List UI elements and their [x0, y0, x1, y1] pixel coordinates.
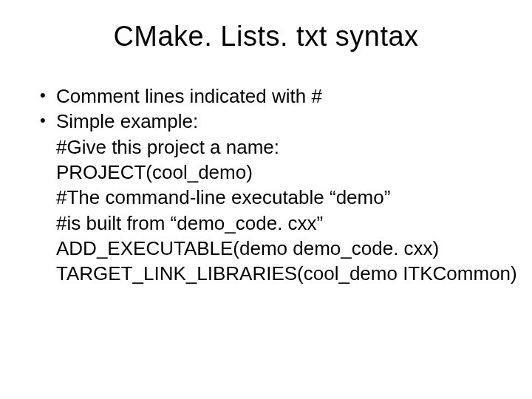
bullet-list: Comment lines indicated with # Simple ex… — [35, 83, 497, 134]
slide: CMake. Lists. txt syntax Comment lines i… — [0, 0, 532, 399]
bullet-item: Simple example: — [35, 109, 497, 134]
code-line: #The command-line executable “demo” — [56, 185, 497, 210]
code-line: PROJECT(cool_demo) — [56, 160, 497, 185]
code-line: TARGET_LINK_LIBRARIES(cool_demo ITKCommo… — [56, 261, 497, 286]
code-line: #Give this project a name: — [56, 134, 497, 160]
code-line: ADD_EXECUTABLE(demo demo_code. cxx) — [56, 236, 497, 261]
code-example: #Give this project a name: PROJECT(cool_… — [35, 134, 497, 287]
code-line: #is built from “demo_code. cxx” — [56, 211, 497, 236]
slide-title: CMake. Lists. txt syntax — [35, 21, 497, 52]
bullet-item: Comment lines indicated with # — [35, 83, 497, 109]
